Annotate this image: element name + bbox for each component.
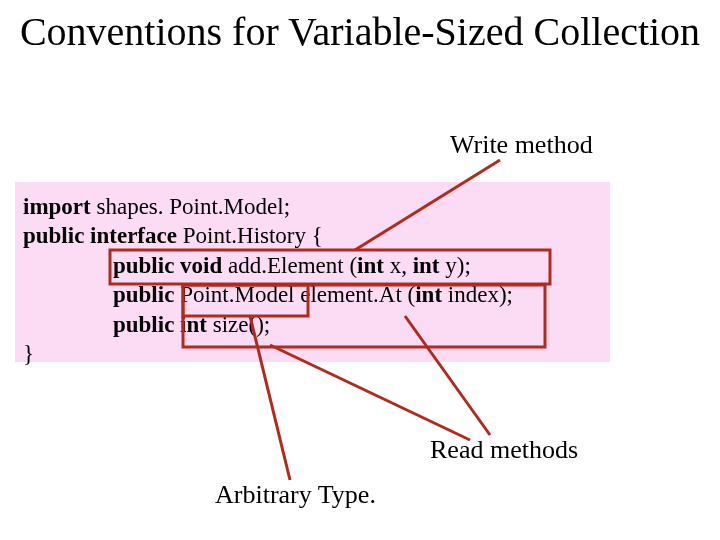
read-methods-label: Read methods [430,435,578,465]
interface-text: Point.History { [177,223,323,248]
write-method-label: Write method [450,130,593,160]
code-line-addelement: public void add.Element (int x, int y); [23,251,602,280]
code-block: import shapes. Point.Model; public inter… [15,182,610,362]
code-line-close: } [23,339,602,368]
param-y: y); [440,253,471,278]
keyword-int-y: int [413,253,440,278]
import-text: shapes. Point.Model; [91,194,290,219]
size-name: size(); [207,312,270,337]
addelement-name: add.Element ( [222,253,357,278]
code-line-interface: public interface Point.History { [23,221,602,250]
elementat-name: Point.Model element.At ( [174,282,415,307]
keyword-public-int: public int [113,312,207,337]
code-line-size: public int size(); [23,310,602,339]
code-line-import: import shapes. Point.Model; [23,192,602,221]
slide-title: Conventions for Variable-Sized Collectio… [0,10,720,54]
code-line-elementat: public Point.Model element.At (int index… [23,280,602,309]
keyword-int-x: int [357,253,384,278]
param-x: x, [384,253,413,278]
keyword-public-interface: public interface [23,223,177,248]
keyword-import: import [23,194,91,219]
keyword-int-index: int [415,282,442,307]
param-index: index); [442,282,513,307]
arbitrary-type-label: Arbitrary Type. [215,480,376,510]
keyword-public: public [113,282,174,307]
keyword-public-void: public void [113,253,222,278]
